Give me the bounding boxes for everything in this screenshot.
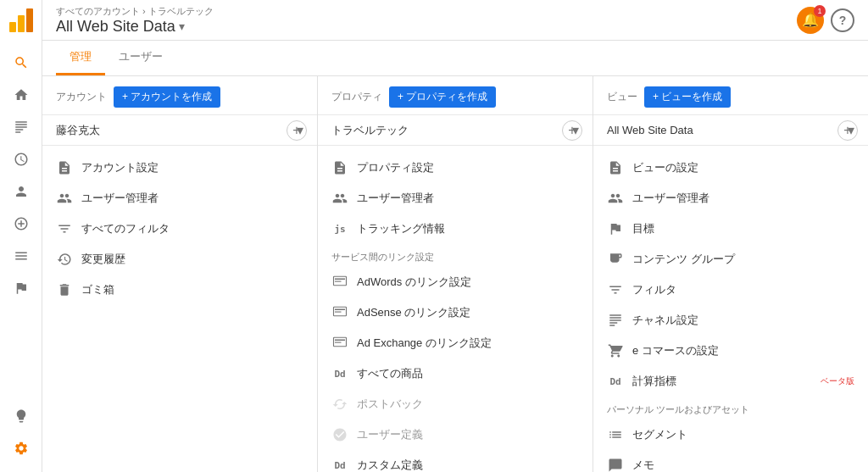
account-trash-icon: [56, 281, 73, 298]
sidebar-icon-acquisition[interactable]: [4, 208, 38, 239]
tab-user[interactable]: ユーザー: [105, 41, 176, 75]
property-selector[interactable]: All Web Site Data ▾: [56, 18, 214, 36]
view-calculated-metrics-item[interactable]: Dd 計算指標 ベータ版: [593, 366, 868, 397]
sidebar-icon-audience[interactable]: [4, 176, 38, 207]
view-filters-item[interactable]: フィルタ: [593, 275, 868, 305]
breadcrumb: すべてのアカウント › トラベルテック: [56, 5, 214, 18]
help-button[interactable]: ?: [831, 8, 854, 32]
view-ecommerce-item[interactable]: e コマースの設定: [593, 336, 868, 366]
view-user-mgmt-label: ユーザー管理者: [632, 191, 854, 206]
property-tracking-icon: js: [331, 220, 348, 237]
view-content-groups-item[interactable]: コンテンツ グループ: [593, 244, 868, 275]
view-dropdown[interactable]: All Web Site Data ▾ +: [593, 115, 868, 146]
view-channel-icon: [607, 312, 624, 329]
svg-rect-8: [335, 312, 342, 313]
account-column-header: アカウント + アカウントを作成: [42, 76, 317, 115]
account-column: アカウント + アカウントを作成 藤谷克太 ▾ + アカウント設定: [42, 76, 318, 472]
account-dropdown[interactable]: 藤谷克太 ▾ +: [42, 115, 317, 146]
property-all-products-label: すべての商品: [357, 366, 579, 381]
svg-rect-1: [18, 15, 25, 32]
create-property-button[interactable]: + プロパティを作成: [389, 86, 496, 108]
svg-rect-5: [335, 281, 342, 282]
property-all-products-item[interactable]: Dd すべての商品: [318, 358, 593, 389]
property-dropdown-arrow: ▾: [179, 19, 185, 33]
view-channel-settings-label: チャネル設定: [632, 313, 854, 328]
account-trash-item[interactable]: ゴミ箱: [42, 275, 317, 305]
property-adwords-item[interactable]: AdWords のリンク設定: [318, 267, 593, 297]
property-menu: プロパティ設定 ユーザー管理者 js トラッキング情報 サービス間のリンク設定: [318, 146, 593, 472]
account-user-mgmt-label: ユーザー管理者: [81, 191, 303, 206]
property-user-mgmt-label: ユーザー管理者: [357, 191, 579, 206]
notification-button[interactable]: 🔔 1: [797, 7, 824, 34]
create-account-button[interactable]: + アカウントを作成: [114, 86, 220, 108]
view-section-header: パーソナル ツールおよびアセット: [593, 397, 868, 419]
sidebar-icon-discover[interactable]: [4, 401, 38, 431]
view-content-groups-label: コンテンツ グループ: [632, 252, 854, 267]
view-channel-settings-item[interactable]: チャネル設定: [593, 305, 868, 336]
view-filters-icon: [607, 281, 624, 298]
sidebar-icon-search[interactable]: [4, 47, 38, 78]
view-settings-icon: [607, 159, 624, 176]
account-trash-label: ゴミ箱: [81, 282, 303, 297]
property-adsense-item[interactable]: AdSense のリンク設定: [318, 297, 593, 328]
property-postback-item[interactable]: ポストバック: [318, 389, 593, 419]
view-goals-item[interactable]: 目標: [593, 214, 868, 244]
view-user-icon: [607, 190, 624, 207]
sidebar-icon-behavior[interactable]: [4, 241, 38, 271]
sidebar-icon-conversions[interactable]: [4, 273, 38, 303]
view-goals-icon: [607, 220, 624, 237]
topbar: すべてのアカウント › トラベルテック All Web Site Data ▾ …: [42, 0, 868, 41]
property-dropdown[interactable]: トラベルテック ▾ +: [318, 115, 593, 146]
property-user-def-item[interactable]: ユーザー定義: [318, 419, 593, 450]
view-user-mgmt-item[interactable]: ユーザー管理者: [593, 183, 868, 214]
property-settings-label: プロパティ設定: [357, 160, 579, 175]
property-add-button[interactable]: +: [562, 120, 582, 141]
sidebar-icon-admin[interactable]: [4, 433, 38, 464]
account-filter-icon: [56, 220, 73, 237]
create-view-button[interactable]: + ビューを作成: [644, 86, 731, 108]
property-user-mgmt-item[interactable]: ユーザー管理者: [318, 183, 593, 214]
property-user-def-label: ユーザー定義: [357, 427, 579, 442]
view-annotations-label: メモ: [632, 458, 854, 472]
property-tracking-item[interactable]: js トラッキング情報: [318, 214, 593, 244]
view-calculated-metrics-icon: Dd: [607, 373, 624, 390]
tab-admin[interactable]: 管理: [56, 41, 105, 75]
topbar-right: 🔔 1 ?: [797, 7, 854, 34]
svg-rect-0: [9, 22, 16, 32]
property-custom-def-icon: Dd: [331, 457, 348, 472]
account-settings-item[interactable]: アカウント設定: [42, 153, 317, 183]
view-ecommerce-label: e コマースの設定: [632, 343, 854, 358]
svg-rect-7: [335, 309, 345, 311]
property-custom-def-item[interactable]: Dd カスタム定義: [318, 450, 593, 472]
property-settings-item[interactable]: プロパティ設定: [318, 153, 593, 183]
account-add-button[interactable]: +: [287, 120, 307, 141]
content-area: アカウント + アカウントを作成 藤谷克太 ▾ + アカウント設定: [42, 76, 868, 472]
view-filters-label: フィルタ: [632, 282, 854, 297]
view-column: ビュー + ビューを作成 All Web Site Data ▾ + ビューの設…: [593, 76, 868, 472]
property-adexchange-item[interactable]: Ad Exchange のリンク設定: [318, 328, 593, 358]
sidebar-icon-home[interactable]: [4, 80, 38, 110]
view-annotations-icon: [607, 457, 624, 472]
calculated-metrics-beta: ベータ版: [821, 375, 854, 387]
property-adwords-label: AdWords のリンク設定: [357, 275, 579, 290]
account-filters-label: すべてのフィルタ: [81, 221, 303, 236]
property-custom-def-label: カスタム定義: [357, 458, 579, 472]
property-column: プロパティ + プロパティを作成 トラベルテック ▾ + プロパティ設定: [318, 76, 593, 472]
account-filters-item[interactable]: すべてのフィルタ: [42, 214, 317, 244]
svg-rect-10: [335, 340, 345, 342]
account-history-item[interactable]: 変更履歴: [42, 244, 317, 275]
sidebar-icon-reports[interactable]: [4, 112, 38, 142]
sidebar-icon-realtime[interactable]: [4, 144, 38, 175]
svg-rect-2: [26, 8, 33, 32]
view-segments-item[interactable]: セグメント: [593, 419, 868, 450]
view-annotations-item[interactable]: メモ: [593, 450, 868, 472]
property-selected: トラベルテック: [331, 123, 409, 138]
account-user-mgmt-item[interactable]: ユーザー管理者: [42, 183, 317, 214]
property-all-products-icon: Dd: [331, 365, 348, 382]
property-postback-label: ポストバック: [357, 397, 579, 412]
view-add-button[interactable]: +: [837, 120, 858, 141]
account-user-icon: [56, 190, 73, 207]
view-settings-item[interactable]: ビューの設定: [593, 153, 868, 183]
view-settings-label: ビューの設定: [632, 160, 854, 175]
account-selected: 藤谷克太: [56, 123, 100, 138]
